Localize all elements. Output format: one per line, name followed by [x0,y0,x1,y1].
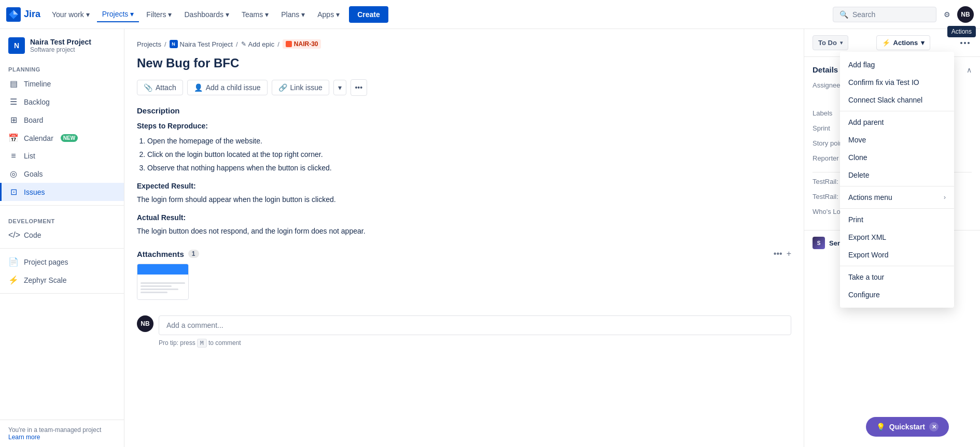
development-label: DEVELOPMENT [0,210,124,226]
status-label: To Do [818,39,837,47]
attach-button[interactable]: 📎 Attach [137,80,183,95]
dropdown-connect-slack[interactable]: Connect Slack channel [840,91,954,109]
sidebar-item-label: Backlog [24,98,50,106]
dropdown-print[interactable]: Print [840,211,954,228]
bug-icon [286,41,292,47]
actions-chevron-icon: ▾ [921,39,925,47]
dropdown-divider-2 [840,186,954,186]
dot-1 [960,42,962,44]
new-badge: NEW [61,134,78,142]
attachments-count: 1 [188,250,199,258]
dropdown-clone[interactable]: Clone [840,149,954,166]
dot-3 [968,42,970,44]
main-layout: N Naira Test Project Software project PL… [0,29,980,447]
sidebar-item-list[interactable]: ≡ List [0,147,124,165]
link-issue-button[interactable]: 🔗 Link issue [272,80,329,95]
dropdown-take-tour[interactable]: Take a tour [840,268,954,286]
chevron-down-icon: ▾ [336,10,340,19]
sidebar-item-issues[interactable]: ⊡ Issues [0,183,124,201]
more-actions-button[interactable]: ••• [351,79,367,96]
sidebar-item-label: Board [24,116,43,124]
description-title: Description [137,106,791,115]
actions-button[interactable]: ⚡ Actions ▾ [876,35,931,50]
breadcrumb-add-epic[interactable]: ✎ Add epic [241,40,275,48]
dropdown-confirm-fix[interactable]: Confirm fix via Test IO [840,74,954,91]
create-button[interactable]: Create [349,6,388,23]
attachment-thumbnail[interactable] [137,264,189,300]
sidebar-item-code[interactable]: </> Code [0,226,124,244]
dropdown-export-xml[interactable]: Export XML [840,228,954,246]
nav-your-work[interactable]: Your work ▾ [47,7,95,22]
details-title: Details [813,65,838,74]
issue-id-badge[interactable]: NAIR-30 [283,39,321,49]
sidebar-divider-3 [0,293,124,294]
dropdown-divider-4 [840,266,954,266]
nav-plans[interactable]: Plans ▾ [276,7,310,22]
sidebar-item-timeline[interactable]: ▤ Timeline [0,75,124,93]
link-icon: 🔗 [278,83,287,92]
sidebar-item-backlog[interactable]: ☰ Backlog [0,93,124,111]
more-options-dropdown-button[interactable]: ▾ [333,80,346,95]
code-icon: </> [8,230,19,240]
sidebar-item-label: Goals [24,170,43,178]
attachment-more-button[interactable]: ••• [774,249,782,258]
nav-projects[interactable]: Projects ▾ [97,7,139,22]
attachments-actions: ••• + [774,249,791,258]
actions-nav-tooltip: Actions [947,26,976,37]
sidebar-item-label: List [24,152,35,160]
sidebar-footer: You're in a team-managed project Learn m… [0,420,124,447]
expected-result-text: The login form should appear when the lo… [137,194,791,205]
status-button[interactable]: To Do ▾ [813,35,848,50]
step-1: Open the homepage of the website. [147,135,791,147]
sidebar-item-label: Timeline [24,80,51,88]
dropdown-add-parent[interactable]: Add parent [840,113,954,131]
search-placeholder: Search [852,10,875,19]
steps-list: Open the homepage of the website. Click … [147,135,791,174]
sidebar: N Naira Test Project Software project PL… [0,29,124,447]
quickstart-button[interactable]: 💡 Quickstart ✕ [866,417,949,437]
chevron-right-icon: › [944,194,946,201]
sidebar-item-calendar[interactable]: 📅 Calendar NEW [0,129,124,147]
sidebar-item-zephyr[interactable]: ⚡ Zephyr Scale [0,271,124,289]
dropdown-move[interactable]: Move [840,131,954,149]
attachment-add-button[interactable]: + [787,249,791,258]
sidebar-item-project-pages[interactable]: 📄 Project pages [0,253,124,271]
project-info: Naira Test Project Software project [30,38,91,53]
learn-more-link[interactable]: Learn more [8,434,40,441]
collapse-icon[interactable]: ∧ [967,66,972,74]
comment-section: NB Add a comment... Pro tip: press M to … [137,310,791,347]
chevron-down-icon: ▾ [130,10,134,18]
nav-logo[interactable]: Jira [6,7,40,22]
nav-teams[interactable]: Teams ▾ [236,7,274,22]
dropdown-actions-menu[interactable]: Actions menu › [840,189,954,206]
top-nav: Jira Your work ▾ Projects ▾ Filters ▾ Da… [0,0,980,29]
dropdown-export-word[interactable]: Export Word [840,246,954,264]
dot-2 [964,42,966,44]
settings-icon-button[interactable]: ⚙ [939,6,955,23]
quickstart-close-button[interactable]: ✕ [929,422,939,431]
breadcrumb-projects[interactable]: Projects [137,40,161,48]
sidebar-item-board[interactable]: ⊞ Board [0,111,124,129]
actions-dropdown: Add flag Confirm fix via Test IO Connect… [840,52,954,308]
dropdown-configure[interactable]: Configure [840,286,954,304]
breadcrumb-project-name[interactable]: Naira Test Project [180,40,233,48]
dropdown-add-flag[interactable]: Add flag [840,56,954,74]
comment-input[interactable]: Add a comment... [159,315,791,335]
user-avatar[interactable]: NB [957,6,974,23]
nav-apps[interactable]: Apps ▾ [312,7,345,22]
nav-filters[interactable]: Filters ▾ [141,7,177,22]
planning-label: PLANNING [0,58,124,75]
add-child-issue-button[interactable]: 👤 Add a child issue [187,80,268,95]
ellipsis-icon: ••• [355,83,362,92]
chevron-down-icon: ▾ [338,83,342,92]
search-box[interactable]: 🔍 Search [833,7,936,22]
panel-more-button[interactable] [958,40,972,46]
backlog-icon: ☰ [8,97,19,107]
pro-tip: Pro tip: press M to comment [159,339,791,347]
sidebar-item-goals[interactable]: ◎ Goals [0,165,124,183]
nav-dashboards[interactable]: Dashboards ▾ [179,7,234,22]
dropdown-delete[interactable]: Delete [840,166,954,184]
breadcrumb-sep-1: / [164,40,166,48]
search-icon: 🔍 [839,10,848,19]
project-name: Naira Test Project [30,38,91,46]
